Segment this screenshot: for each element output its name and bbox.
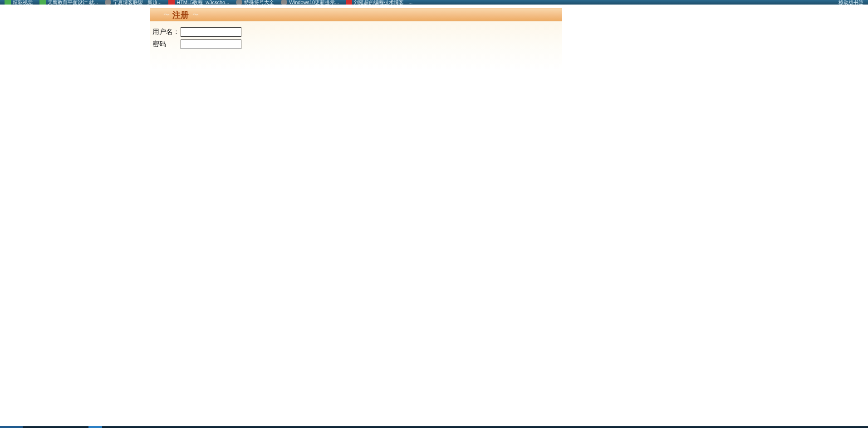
bookmark-label: 特殊符号大全	[244, 0, 274, 5]
bookmark-item[interactable]: 刘延超的编程技术博客 - ...	[346, 0, 412, 5]
bookmark-label: 精彩视觉	[13, 0, 33, 5]
panel-title: 注册	[172, 10, 189, 20]
password-input[interactable]	[181, 39, 241, 49]
bookmark-favicon-icon	[236, 0, 242, 5]
username-input[interactable]	[181, 27, 241, 37]
page-content: 〜 注册 〜 用户名： 密码	[0, 5, 868, 70]
bookmarks-bar: 精彩视觉 天鹰教育平面设计 就... 宁夏博客联盟 - 新趋... HTML5教…	[0, 0, 868, 5]
bookmark-label: Windows10更新提示...	[289, 0, 339, 5]
bookmark-favicon-icon	[281, 0, 287, 5]
start-button[interactable]	[0, 426, 23, 428]
bookmark-label: 天鹰教育平面设计 就...	[48, 0, 98, 5]
bookmark-favicon-icon	[5, 0, 11, 5]
username-label: 用户名：	[152, 28, 181, 36]
bookmark-label: 宁夏博客联盟 - 新趋...	[113, 0, 162, 5]
bookmark-item[interactable]: HTML5教程_w3cscho...	[168, 0, 229, 5]
bookmark-item[interactable]: 宁夏博客联盟 - 新趋...	[105, 0, 162, 5]
bookmark-favicon-icon	[105, 0, 111, 5]
password-label: 密码	[152, 40, 181, 49]
bookmark-favicon-icon	[346, 0, 352, 5]
bookmarks-mobile-link[interactable]: 移动版书签	[839, 0, 863, 5]
header-deco-right-icon: 〜	[192, 11, 198, 19]
bookmark-label: 刘延超的编程技术博客 - ...	[354, 0, 412, 5]
register-form: 用户名： 密码	[150, 21, 562, 70]
bookmark-item[interactable]: Windows10更新提示...	[281, 0, 339, 5]
form-row-password: 密码	[152, 39, 559, 49]
taskbar-active-app[interactable]	[88, 426, 102, 428]
form-row-username: 用户名：	[152, 27, 559, 37]
bookmark-item[interactable]: 天鹰教育平面设计 就...	[39, 0, 98, 5]
register-panel: 〜 注册 〜 用户名： 密码	[150, 8, 562, 70]
taskbar	[0, 426, 868, 428]
bookmark-favicon-icon	[168, 0, 175, 5]
bookmark-label: HTML5教程_w3cscho...	[177, 0, 229, 5]
panel-header: 〜 注册 〜	[150, 8, 562, 21]
bookmark-favicon-icon	[39, 0, 46, 5]
bookmark-item[interactable]: 精彩视觉	[5, 0, 33, 5]
bookmark-item[interactable]: 特殊符号大全	[236, 0, 274, 5]
header-deco-left-icon: 〜	[163, 11, 169, 19]
